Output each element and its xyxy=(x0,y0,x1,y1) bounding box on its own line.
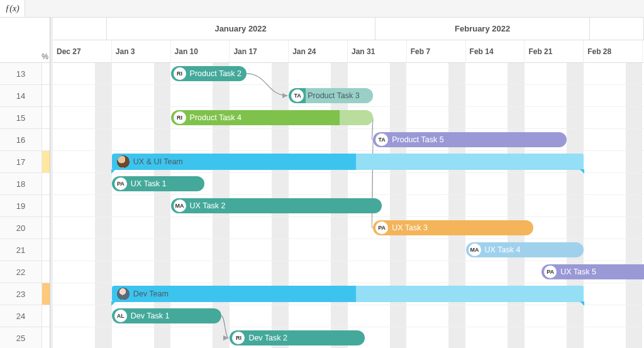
week-label: Feb 28 xyxy=(587,47,611,56)
task-label: UX Task 4 xyxy=(485,245,521,254)
gantt-task-bar[interactable]: MAUX Task 4 xyxy=(466,242,584,257)
row-header[interactable]: 16 xyxy=(0,129,50,151)
row-strip xyxy=(42,85,50,106)
week-label: Jan 17 xyxy=(233,47,257,56)
month-header: February 2022 xyxy=(375,18,591,40)
row-header[interactable]: 17 xyxy=(0,151,50,173)
timeline-header: January 2022February 2022 Dec 27Jan 3Jan… xyxy=(53,18,644,63)
row-number: 25 xyxy=(0,327,42,348)
row-header-column: % 13141516171819202122232425 xyxy=(0,18,50,348)
row-header[interactable]: 24 xyxy=(0,305,50,327)
row-number: 15 xyxy=(0,107,42,128)
row-number: 19 xyxy=(0,195,42,216)
assignee-badge: PA xyxy=(114,177,127,190)
row-number: 21 xyxy=(0,239,42,261)
row-strip xyxy=(42,217,50,239)
month-label: January 2022 xyxy=(214,24,266,33)
row-strip xyxy=(42,173,50,194)
timeline-body[interactable]: RIProduct Task 2TAProduct Task 3RIProduc… xyxy=(53,63,644,348)
row-header[interactable]: 25 xyxy=(0,327,50,348)
row-strip xyxy=(42,283,50,305)
week-label: Feb 7 xyxy=(411,47,430,56)
gantt-timeline[interactable]: January 2022February 2022 Dec 27Jan 3Jan… xyxy=(50,18,644,348)
week-header: Feb 14 xyxy=(466,40,525,63)
assignee-badge: PA xyxy=(375,222,388,234)
row-number: 13 xyxy=(0,63,42,84)
gantt-group-bar[interactable]: Dev Team xyxy=(112,286,584,302)
assignee-badge: RI xyxy=(174,111,186,124)
week-label: Jan 24 xyxy=(292,47,316,56)
row-number: 23 xyxy=(0,283,42,305)
row-header[interactable]: 14 xyxy=(0,85,50,107)
row-header[interactable]: 15 xyxy=(0,107,50,129)
task-label: Product Task 2 xyxy=(190,69,242,78)
row-strip xyxy=(42,327,50,348)
row-strip xyxy=(42,151,50,172)
gantt-task-bar[interactable]: RIProduct Task 4 xyxy=(171,110,374,125)
row-strip xyxy=(42,63,50,84)
assignee-badge: RI xyxy=(232,332,245,344)
row-number: 16 xyxy=(0,129,42,150)
week-header: Jan 10 xyxy=(171,40,230,63)
gantt-group-bar[interactable]: UX & UI Team xyxy=(112,154,584,170)
row-header[interactable]: 20 xyxy=(0,217,50,239)
task-label: Product Task 4 xyxy=(190,113,242,122)
week-header: Feb 28 xyxy=(584,40,643,63)
task-label: Product Task 3 xyxy=(308,91,359,100)
assignee-badge: TA xyxy=(291,89,304,102)
week-label: Jan 31 xyxy=(352,47,375,56)
row-number: 17 xyxy=(0,151,42,172)
gantt-task-bar[interactable]: PAUX Task 1 xyxy=(112,176,204,191)
week-header: Jan 17 xyxy=(230,40,289,63)
row-header[interactable]: 23 xyxy=(0,283,50,305)
fx-label: ƒ(x) xyxy=(5,4,19,14)
month-header xyxy=(53,18,107,40)
row-number: 20 xyxy=(0,217,42,239)
task-label: Dev Team xyxy=(133,289,169,298)
week-label: Dec 27 xyxy=(57,47,81,56)
assignee-badge: MA xyxy=(174,199,186,212)
row-number: 22 xyxy=(0,261,42,283)
gantt-task-bar[interactable]: MAUX Task 2 xyxy=(171,198,382,213)
gantt-task-bar[interactable]: ALDev Task 1 xyxy=(112,308,221,323)
month-label: February 2022 xyxy=(455,24,510,33)
row-strip xyxy=(42,261,50,283)
row-strip xyxy=(42,239,50,261)
gantt-task-bar[interactable]: RIProduct Task 2 xyxy=(171,66,247,81)
row-strip xyxy=(42,195,50,216)
row-strip xyxy=(42,107,50,128)
assignee-badge: AL xyxy=(114,310,127,322)
gantt-task-bar[interactable]: PAUX Task 5 xyxy=(541,264,644,279)
avatar-icon xyxy=(117,288,130,300)
week-label: Jan 3 xyxy=(116,47,135,56)
week-header: Jan 31 xyxy=(348,40,407,63)
gantt-task-bar[interactable]: TAProduct Task 5 xyxy=(373,132,567,147)
month-header xyxy=(590,18,644,40)
row-header[interactable]: 19 xyxy=(0,195,50,217)
row-strip xyxy=(42,305,50,327)
assignee-badge: RI xyxy=(174,67,186,80)
task-label: Dev Task 1 xyxy=(131,312,170,320)
task-label: UX Task 5 xyxy=(560,267,596,276)
assignee-badge: TA xyxy=(375,133,388,146)
gantt-task-bar[interactable]: TAProduct Task 3 xyxy=(289,88,373,103)
month-header: January 2022 xyxy=(107,18,375,40)
row-number: 14 xyxy=(0,85,42,106)
task-label: UX Task 2 xyxy=(190,201,226,210)
gantt-task-bar[interactable]: RIDev Task 2 xyxy=(230,330,364,345)
row-header[interactable]: 21 xyxy=(0,239,50,261)
week-header: Feb 7 xyxy=(407,40,466,63)
task-label: Dev Task 2 xyxy=(248,334,287,342)
row-header[interactable]: 13 xyxy=(0,63,50,85)
task-label: UX Task 1 xyxy=(131,179,167,188)
week-header: Feb 21 xyxy=(525,40,584,63)
row-header[interactable]: 22 xyxy=(0,261,50,283)
fx-button[interactable]: ƒ(x) xyxy=(0,0,25,17)
row-number: 18 xyxy=(0,173,42,194)
gantt-task-bar[interactable]: PAUX Task 3 xyxy=(373,220,533,235)
formula-bar: ƒ(x) xyxy=(0,0,644,18)
week-label: Feb 21 xyxy=(528,47,552,56)
week-label: Jan 10 xyxy=(175,47,198,56)
row-header[interactable]: 18 xyxy=(0,173,50,195)
assignee-badge: MA xyxy=(469,244,481,256)
